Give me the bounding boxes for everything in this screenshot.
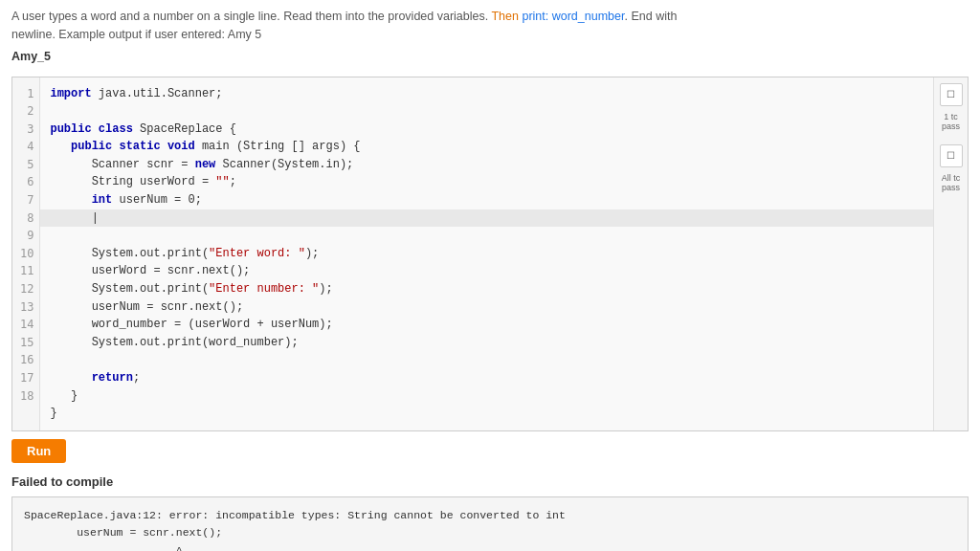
tc-all-label: All tcpass xyxy=(942,173,961,192)
line-numbers: 1 2 3 4 5 6 7 8 9 10 11 12 13 14 15 16 1… xyxy=(12,77,40,430)
instructions-text: A user types a word and a number on a si… xyxy=(0,0,980,48)
highlight-then: Then xyxy=(491,10,519,23)
instructions-container: A user types a word and a number on a si… xyxy=(0,0,980,71)
failed-compile-title: Failed to compile xyxy=(0,471,980,493)
test-case-btn-1[interactable]: ☐ xyxy=(940,83,963,106)
run-btn-container: Run xyxy=(0,431,980,471)
example-output: Amy_5 xyxy=(0,48,980,71)
highlight-print: print: word_number xyxy=(522,10,624,23)
error-section: Failed to compile SpaceReplace.java:12: … xyxy=(0,471,980,551)
test-case-sidebar: ☐ 1 tcpass ☐ All tcpass xyxy=(933,77,968,430)
code-content[interactable]: import java.util.Scanner; public class S… xyxy=(40,77,933,430)
test-case-btn-all[interactable]: ☐ xyxy=(940,144,963,167)
error-output: SpaceReplace.java:12: error: incompatibl… xyxy=(11,496,969,551)
run-button[interactable]: Run xyxy=(11,439,66,463)
tc1-label: 1 tcpass xyxy=(942,112,960,131)
code-editor: 1 2 3 4 5 6 7 8 9 10 11 12 13 14 15 16 1… xyxy=(11,77,969,431)
